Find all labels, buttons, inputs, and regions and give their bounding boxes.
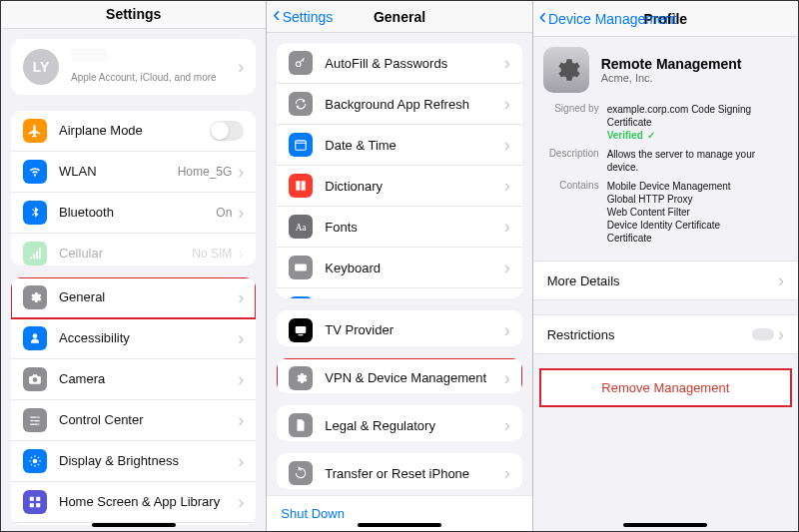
row-label: Accessibility [59,330,238,345]
row-detail: Home_5G [178,165,233,179]
row-label: Dictionary [325,179,503,194]
chevron-right-icon [504,177,510,195]
autofill-row[interactable]: AutoFill & Passwords [277,43,521,84]
chevron-right-icon [504,369,510,387]
chevron-right-icon [238,245,244,263]
profile-icon [543,47,589,93]
field-value: Allows the server to manage your device. [607,148,788,174]
page-title: Settings [106,6,161,22]
cellular-row[interactable]: Cellular No SIM [11,234,256,266]
row-detail: No SIM [192,247,232,261]
restrictions-indicator [752,328,774,340]
key-icon [289,51,313,75]
document-icon [289,413,313,437]
description-field: Description Allows the server to manage … [543,148,788,174]
accessibility-icon [23,326,47,350]
control-center-icon [23,408,47,432]
book-icon [289,174,313,198]
back-button[interactable]: Settings [273,6,333,28]
display-row[interactable]: Display & Brightness [11,441,256,482]
chevron-right-icon [778,327,784,343]
home-indicator [623,523,707,527]
chevron-right-icon [238,58,244,76]
chevron-right-icon [238,163,244,181]
row-label: Background App Refresh [325,97,503,112]
row-label: WLAN [59,164,178,179]
remove-management-button[interactable]: Remove Management [539,368,792,407]
page-title: General [374,9,425,25]
chevron-right-icon [238,411,244,429]
chevron-right-icon [504,416,510,434]
row-label: Cellular [59,246,192,261]
accessibility-row[interactable]: Accessibility [11,318,256,359]
camera-row[interactable]: Camera [11,359,256,400]
row-label: Display & Brightness [59,453,238,468]
chevron-right-icon [504,54,510,72]
bluetooth-row[interactable]: Bluetooth On [11,193,256,234]
contains-field: Contains Mobile Device Management Global… [543,180,788,245]
row-label: Airplane Mode [59,123,210,138]
wlan-row[interactable]: WLAN Home_5G [11,152,256,193]
settings-panel: Settings LY Apple Account, iCloud, and m… [1,1,267,531]
row-label: VPN & Device Management [325,370,503,385]
row-label: Keyboard [325,261,503,275]
verified-badge: Verified [607,129,655,142]
date-time-row[interactable]: Date & Time [277,125,521,166]
home-screen-row[interactable]: Home Screen & App Library [11,482,256,523]
chevron-right-icon [504,259,510,276]
profile-panel: Device Management Profile Remote Managem… [533,1,798,531]
keyboard-row[interactable]: Keyboard [277,248,521,288]
camera-icon [23,367,47,391]
chevron-right-icon [504,321,510,339]
general-row[interactable]: General [11,277,256,318]
language-row[interactable]: Language & Region [277,288,521,298]
chevron-right-icon [778,271,784,289]
back-button[interactable]: Device Management [539,8,677,30]
dictionary-row[interactable]: Dictionary [277,166,521,207]
chevron-right-icon [238,370,244,388]
vpn-device-management-row[interactable]: VPN & Device Management [277,358,521,394]
more-details-row[interactable]: More Details [533,261,798,300]
transfer-reset-row[interactable]: Transfer or Reset iPhone [277,453,521,489]
row-label: Date & Time [325,138,503,153]
chevron-right-icon [238,288,244,306]
field-key: Description [543,148,599,174]
profile-header: Remote Management Acme, Inc. [543,47,788,93]
field-value: Mobile Device Management Global HTTP Pro… [607,180,788,245]
profile-org: Acme, Inc. [601,72,742,84]
chevron-right-icon [504,218,510,236]
control-center-row[interactable]: Control Center [11,400,256,441]
row-label: AutoFill & Passwords [325,56,503,71]
globe-icon [289,296,313,298]
chevron-left-icon [539,8,546,30]
gear-icon [289,366,313,390]
font-icon [289,215,313,239]
row-label: Fonts [325,220,503,235]
header: Settings [1,1,266,29]
airplane-mode-row[interactable]: Airplane Mode [11,111,256,152]
chevron-left-icon [273,6,280,28]
row-label: Transfer or Reset iPhone [325,466,503,481]
home-indicator [358,523,441,527]
apple-account-row[interactable]: LY Apple Account, iCloud, and more [11,39,256,95]
brightness-icon [23,449,47,473]
tv-provider-row[interactable]: TV Provider [277,310,521,346]
tv-icon [289,318,313,342]
chevron-right-icon [504,95,510,113]
row-detail: On [216,206,232,220]
background-refresh-row[interactable]: Background App Refresh [277,84,521,125]
cellular-icon [23,242,47,266]
restrictions-row[interactable]: Restrictions [533,314,798,354]
calendar-icon [289,133,313,157]
field-key: Contains [543,180,599,245]
fonts-row[interactable]: Fonts [277,207,521,248]
row-label: Bluetooth [59,205,216,220]
refresh-icon [289,92,313,116]
legal-row[interactable]: Legal & Regulatory [277,405,521,441]
account-name-redacted [71,49,107,61]
profile-title: Remote Management [601,56,742,72]
airplane-switch[interactable] [210,121,244,141]
row-label: Legal & Regulatory [325,418,503,433]
row-label: Camera [59,371,238,386]
keyboard-icon [289,256,313,279]
